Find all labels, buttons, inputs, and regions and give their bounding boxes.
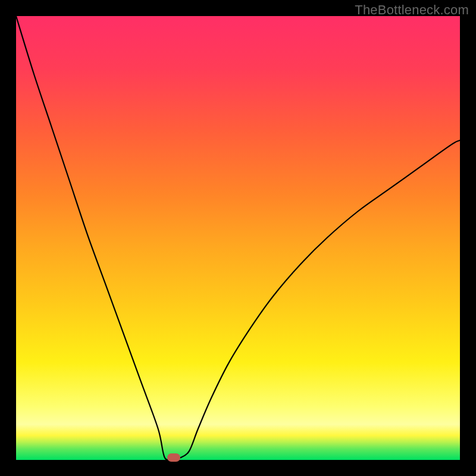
curve-svg (16, 16, 460, 460)
optimum-marker (167, 453, 180, 462)
chart-frame: TheBottleneck.com (0, 0, 476, 476)
bottleneck-curve (16, 16, 460, 460)
plot-area (16, 16, 460, 460)
